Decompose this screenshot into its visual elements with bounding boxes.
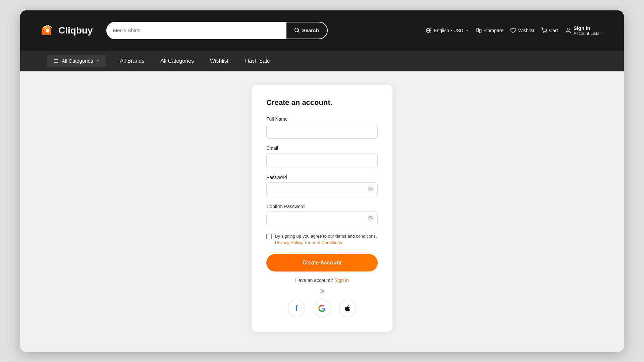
compare-button[interactable]: Compare: [476, 27, 503, 34]
nav-links: All Brands All Categories Wishlist Flash…: [120, 58, 270, 64]
password-group: Password: [266, 175, 378, 197]
email-label: Email: [266, 145, 378, 151]
apple-login-button[interactable]: [339, 300, 356, 317]
or-divider: Or: [266, 288, 378, 294]
header: Cliqbuy Search English • USD: [20, 10, 624, 51]
full-name-group: Full Name: [266, 116, 378, 139]
cart-button[interactable]: Cart: [541, 27, 558, 34]
terms-text: By signing up you agree to our terms and…: [275, 233, 378, 246]
language-selector[interactable]: English • USD: [426, 27, 469, 34]
terms-row: By signing up you agree to our terms and…: [266, 233, 378, 246]
full-name-label: Full Name: [266, 116, 378, 122]
main-content: Create an account. Full Name Email Passw…: [20, 71, 624, 352]
signin-button[interactable]: Sign in Account Lists: [565, 25, 604, 36]
confirm-password-input[interactable]: [266, 212, 378, 226]
nav-item-brands[interactable]: All Brands: [120, 58, 144, 64]
nav-item-categories[interactable]: All Categories: [160, 58, 194, 64]
card-title: Create an account.: [266, 98, 378, 107]
full-name-input[interactable]: [266, 124, 378, 139]
confirm-password-group: Confirm Password: [266, 204, 378, 226]
chevron-down-nav-icon: [96, 59, 100, 63]
logo-text: Cliqbuy: [58, 25, 93, 36]
all-categories-button[interactable]: All Categories: [47, 55, 106, 67]
create-account-card: Create an account. Full Name Email Passw…: [252, 85, 392, 332]
search-icon: [294, 28, 300, 33]
facebook-icon: f: [295, 304, 298, 313]
nav-item-flash-sale[interactable]: Flash Sale: [245, 58, 270, 64]
chevron-down-icon: [465, 28, 469, 33]
terms-checkbox[interactable]: [266, 234, 272, 239]
password-toggle-icon[interactable]: [368, 186, 374, 193]
nav-item-wishlist[interactable]: Wishlist: [210, 58, 228, 64]
search-bar: Search: [106, 22, 328, 39]
google-login-button[interactable]: [313, 300, 331, 317]
email-group: Email: [266, 145, 378, 168]
search-button[interactable]: Search: [286, 22, 328, 39]
confirm-password-wrapper: [266, 212, 378, 226]
search-input[interactable]: [106, 22, 286, 39]
confirm-password-toggle-icon[interactable]: [368, 215, 374, 223]
terms-link[interactable]: Privacy Policy, Terms & Conditions: [275, 240, 342, 245]
browser-frame: Cliqbuy Search English • USD: [20, 10, 624, 352]
confirm-password-label: Confirm Password: [266, 204, 378, 209]
menu-icon: [54, 58, 59, 64]
svg-point-7: [546, 33, 546, 33]
facebook-login-button[interactable]: f: [288, 300, 305, 317]
svg-point-12: [370, 188, 372, 190]
google-icon: [318, 305, 326, 312]
header-actions: English • USD Compare Wishlist: [426, 25, 604, 36]
logo[interactable]: Cliqbuy: [40, 23, 93, 38]
apple-icon: [344, 305, 351, 312]
social-row: f: [266, 300, 378, 317]
svg-point-8: [567, 28, 569, 30]
nav: All Categories All Brands All Categories…: [20, 51, 624, 71]
have-account: Have an account? Sign in: [266, 278, 378, 283]
svg-rect-4: [477, 28, 479, 32]
cart-icon: [541, 27, 547, 34]
user-icon: [565, 27, 572, 34]
signin-link[interactable]: Sign in: [334, 278, 349, 283]
compare-icon: [476, 27, 482, 34]
svg-rect-5: [480, 29, 481, 33]
svg-point-13: [370, 217, 372, 219]
globe-icon: [426, 27, 432, 34]
password-label: Password: [266, 175, 378, 180]
heart-icon: [510, 27, 516, 34]
svg-point-6: [543, 33, 544, 33]
password-input[interactable]: [266, 182, 378, 197]
wishlist-button[interactable]: Wishlist: [510, 27, 534, 34]
email-input[interactable]: [266, 153, 378, 168]
create-account-button[interactable]: Create Account: [266, 254, 378, 272]
password-wrapper: [266, 182, 378, 197]
logo-icon: [40, 23, 55, 38]
signin-block: Sign in Account Lists: [574, 25, 604, 36]
svg-rect-2: [46, 29, 49, 33]
chevron-down-small-icon: [600, 32, 604, 35]
